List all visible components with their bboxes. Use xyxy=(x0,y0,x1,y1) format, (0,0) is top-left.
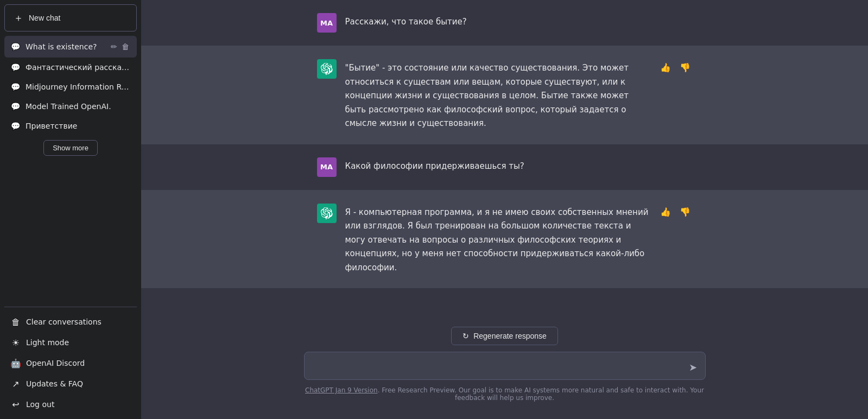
sidebar-item-conv-c1[interactable]: 💬 What is existence? ✏ 🗑 xyxy=(4,36,137,58)
sidebar-item-updates[interactable]: ↗ Updates & FAQ xyxy=(4,373,137,394)
discord-icon: 🤖 xyxy=(11,358,21,368)
chat-icon: 💬 xyxy=(11,122,20,130)
user-avatar: MA xyxy=(317,13,337,33)
logout-label: Log out xyxy=(26,400,54,409)
message-actions: 👍 👎 xyxy=(658,204,693,218)
input-area: ↻ Regenerate response ➤ ChatGPT Jan 9 Ve… xyxy=(141,318,868,420)
conv-label: Приветствие xyxy=(26,122,130,130)
new-chat-label: New chat xyxy=(29,14,60,22)
message-block-m1: MA Расскажи, что такое бытие? xyxy=(141,0,868,46)
sidebar-item-discord[interactable]: 🤖 OpenAI Discord xyxy=(4,353,137,373)
message-text: Какой философии придерживаешься ты? xyxy=(345,157,693,174)
clear-label: Clear conversations xyxy=(26,318,102,326)
message-block-m3: MA Какой философии придерживаешься ты? xyxy=(141,144,868,191)
chat-input[interactable] xyxy=(304,352,706,380)
ai-avatar xyxy=(317,204,337,223)
conv-label: Фантастический рассказ Енот xyxy=(26,63,130,72)
conv-actions: ✏ 🗑 xyxy=(110,41,130,52)
chat-icon: 💬 xyxy=(11,82,20,91)
regenerate-label: Regenerate response xyxy=(473,332,547,340)
msg-with-actions: Я - компьютерная программа, и я не имею … xyxy=(345,204,693,275)
msg-with-actions: "Бытие" - это состояние или качество сущ… xyxy=(345,59,693,131)
message-block-m4: Я - компьютерная программа, и я не имею … xyxy=(141,191,868,289)
sidebar: ＋ New chat 💬 What is existence? ✏ 🗑 💬 Фа… xyxy=(0,0,141,419)
discord-label: OpenAI Discord xyxy=(26,359,85,367)
updates-label: Updates & FAQ xyxy=(26,379,83,388)
light-icon: ☀ xyxy=(11,338,21,347)
sidebar-item-light[interactable]: ☀ Light mode xyxy=(4,332,137,353)
send-button[interactable]: ➤ xyxy=(687,359,699,376)
message-inner: "Бытие" - это состояние или качество сущ… xyxy=(304,59,706,131)
message-text: Я - компьютерная программа, и я не имею … xyxy=(345,204,649,275)
sidebar-item-logout[interactable]: ↩ Log out xyxy=(4,394,137,415)
sidebar-item-conv-c3[interactable]: 💬 Midjourney Information Reque xyxy=(4,77,137,97)
conv-label: Model Trained OpenAI. xyxy=(26,102,130,111)
message-inner: Я - компьютерная программа, и я не имею … xyxy=(304,204,706,275)
logout-icon: ↩ xyxy=(11,399,21,409)
sidebar-item-clear[interactable]: 🗑 Clear conversations xyxy=(4,312,137,332)
message-inner: MA Какой философии придерживаешься ты? xyxy=(304,157,706,177)
sidebar-item-conv-c2[interactable]: 💬 Фантастический рассказ Енот xyxy=(4,58,137,77)
updates-icon: ↗ xyxy=(11,379,21,389)
sidebar-bottom: 🗑 Clear conversations ☀ Light mode 🤖 Ope… xyxy=(4,307,137,415)
message-text: Расскажи, что такое бытие? xyxy=(345,13,693,29)
footer-text: ChatGPT Jan 9 Version. Free Research Pre… xyxy=(304,386,706,402)
regenerate-wrap: ↻ Regenerate response xyxy=(154,327,855,345)
light-label: Light mode xyxy=(26,338,69,347)
new-chat-button[interactable]: ＋ New chat xyxy=(4,4,137,31)
thumbs-down-button[interactable]: 👎 xyxy=(677,206,693,218)
message-actions: 👍 👎 xyxy=(658,59,693,74)
thumbs-up-button[interactable]: 👍 xyxy=(658,206,673,218)
message-block-m2: "Бытие" - это состояние или качество сущ… xyxy=(141,46,868,144)
message-inner: MA Расскажи, что такое бытие? xyxy=(304,13,706,33)
plus-icon: ＋ xyxy=(14,11,23,24)
thumbs-up-button[interactable]: 👍 xyxy=(658,61,673,74)
input-box-wrap: ➤ xyxy=(304,352,706,383)
sidebar-item-conv-c5[interactable]: 💬 Приветствие xyxy=(4,116,137,136)
chat-icon: 💬 xyxy=(11,42,20,51)
delete-conv-button[interactable]: 🗑 xyxy=(121,41,130,52)
chat-icon: 💬 xyxy=(11,63,20,72)
conv-label: Midjourney Information Reque xyxy=(26,82,130,91)
send-icon: ➤ xyxy=(689,362,697,373)
sidebar-item-conv-c4[interactable]: 💬 Model Trained OpenAI. xyxy=(4,97,137,116)
chat-icon: 💬 xyxy=(11,102,20,111)
footer-link[interactable]: ChatGPT Jan 9 Version xyxy=(305,386,378,394)
show-more-button[interactable]: Show more xyxy=(43,140,98,156)
edit-conv-button[interactable]: ✏ xyxy=(110,41,118,52)
regenerate-icon: ↻ xyxy=(462,332,469,340)
conversation-list: 💬 What is existence? ✏ 🗑 💬 Фантастически… xyxy=(4,36,137,307)
ai-avatar xyxy=(317,59,337,79)
conv-label: What is existence? xyxy=(26,42,104,51)
message-text: "Бытие" - это состояние или качество сущ… xyxy=(345,59,649,131)
main-chat-area: MA Расскажи, что такое бытие? "Бытие" - … xyxy=(141,0,868,419)
footer-rest: . Free Research Preview. Our goal is to … xyxy=(378,386,704,402)
regenerate-button[interactable]: ↻ Regenerate response xyxy=(451,327,558,345)
user-avatar: MA xyxy=(317,157,337,177)
thumbs-down-button[interactable]: 👎 xyxy=(677,61,693,74)
clear-icon: 🗑 xyxy=(11,317,21,327)
